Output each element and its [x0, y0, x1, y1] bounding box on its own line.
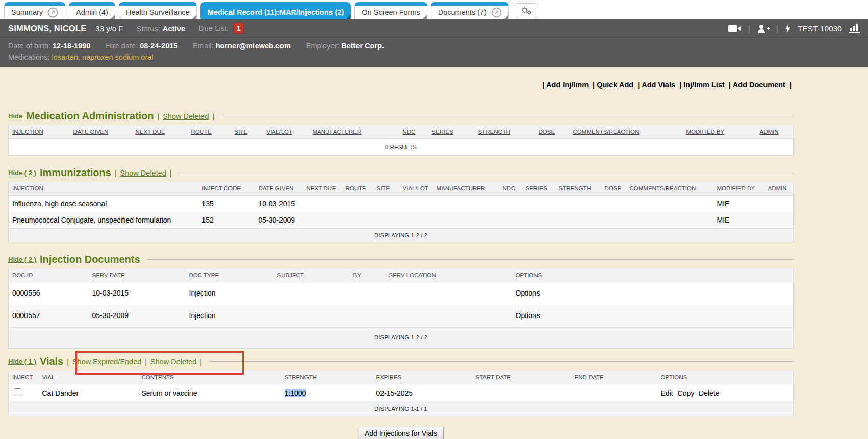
col-options[interactable]: OPTIONS: [516, 272, 542, 278]
hide-link[interactable]: Hide: [8, 112, 22, 120]
delete-link[interactable]: Delete: [699, 389, 719, 397]
vial-strength-selected: 1:1000: [285, 389, 307, 397]
col-route[interactable]: ROUTE: [346, 185, 366, 191]
section-vials: Hide ( 1 ) Vials | Show Expired/Ended | …: [8, 356, 794, 416]
add-vials-link[interactable]: Add Vials: [642, 81, 675, 89]
col-series[interactable]: SERIES: [526, 185, 547, 191]
popout-icon[interactable]: [491, 7, 502, 18]
medications-line: Medications: losartan, naproxen sodium o…: [8, 52, 860, 63]
copy-link[interactable]: Copy: [678, 389, 695, 397]
hide-link[interactable]: Hide ( 2 ): [8, 169, 36, 177]
col-vial-lot[interactable]: VIAL/LOT: [267, 129, 293, 135]
popout-icon[interactable]: [47, 7, 58, 18]
tab-admin[interactable]: Admin (4): [69, 2, 115, 19]
inj-imm-list-link[interactable]: Inj/Imm List: [683, 81, 725, 89]
col-serv-date[interactable]: SERV DATE: [92, 272, 125, 278]
col-modified-by[interactable]: MODIFIED BY: [686, 129, 725, 135]
vial-start-date: [472, 384, 571, 402]
col-comments-reaction[interactable]: COMMENTS/REACTION: [630, 185, 696, 191]
quick-add-link[interactable]: Quick Add: [597, 81, 633, 89]
col-expires[interactable]: EXPIRES: [376, 374, 402, 380]
edit-link[interactable]: Edit: [661, 389, 673, 397]
tab-documents[interactable]: Documents (7): [431, 2, 509, 19]
col-dose[interactable]: DOSE: [605, 185, 622, 191]
options-link[interactable]: Options: [516, 311, 540, 320]
col-doc-id[interactable]: DOC ID: [12, 272, 33, 278]
col-vial[interactable]: VIAL: [42, 374, 55, 380]
vials-table: INJECT VIAL CONTENTS STRENGTH EXPIRES ST…: [8, 371, 794, 416]
tab-medical-record-label: Medical Record (11):MAR/Injections (2): [208, 8, 344, 16]
video-camera-icon[interactable]: [728, 24, 742, 33]
tab-admin-label: Admin (4): [76, 8, 108, 16]
col-start-date[interactable]: START DATE: [476, 374, 511, 380]
col-ndc[interactable]: NDC: [503, 185, 516, 191]
show-deleted-link[interactable]: Show Deleted: [120, 169, 166, 177]
col-doc-type[interactable]: DOC TYPE: [189, 272, 219, 278]
tab-medical-record-active[interactable]: Medical Record (11):MAR/Injections (2): [200, 2, 351, 19]
col-site[interactable]: SITE: [235, 129, 248, 135]
col-admin[interactable]: ADMIN: [760, 129, 779, 135]
medication-link-losartan[interactable]: losartan: [52, 53, 78, 61]
col-series[interactable]: SERIES: [432, 129, 453, 135]
settings-button[interactable]: [515, 3, 538, 18]
col-end-date[interactable]: END DATE: [575, 374, 604, 380]
empty-results-row: 0 RESULTS: [9, 139, 794, 156]
document-row: 0000557 05-30-2009 Injection Options: [9, 305, 794, 328]
col-date-given[interactable]: DATE GIVEN: [73, 129, 109, 135]
gears-icon: [520, 6, 532, 16]
vial-end-date: [571, 384, 657, 402]
col-admin[interactable]: ADMIN: [768, 185, 787, 191]
col-modified-by[interactable]: MODIFIED BY: [717, 185, 755, 191]
paging-status: DISPLAYING 1-1 / 1: [9, 402, 794, 416]
tab-health-surveillance[interactable]: Health Surveillance: [119, 2, 197, 19]
lightning-icon[interactable]: [785, 23, 791, 33]
col-injection[interactable]: INJECTION: [12, 185, 43, 191]
col-next-due[interactable]: NEXT DUE: [307, 185, 336, 191]
col-options: OPTIONS: [661, 374, 687, 380]
vial-name: Cat Dander: [39, 384, 138, 402]
hide-link[interactable]: Hide ( 2 ): [8, 256, 36, 263]
options-link[interactable]: Options: [516, 289, 540, 297]
col-by[interactable]: BY: [353, 272, 361, 278]
add-document-link[interactable]: Add Document: [733, 81, 785, 89]
col-vial-lot[interactable]: VIAL/LOT: [403, 185, 429, 191]
col-date-given[interactable]: DATE GIVEN: [259, 185, 294, 191]
col-comments-reaction[interactable]: COMMENTS/REACTION: [573, 129, 640, 135]
col-strength[interactable]: STRENGTH: [559, 185, 591, 191]
bar-chart-icon[interactable]: [849, 23, 860, 33]
col-site[interactable]: SITE: [377, 185, 390, 191]
col-injection[interactable]: INJECTION: [12, 129, 43, 135]
show-expired-ended-link[interactable]: Show Expired/Ended: [72, 358, 141, 366]
document-row: 0000556 10-03-2015 Injection Options: [9, 282, 794, 305]
immunization-row: Influenza, high dose seasonal 135 10-03-…: [9, 196, 794, 212]
col-route[interactable]: ROUTE: [191, 129, 212, 135]
vial-contents: Serum or vaccine: [138, 384, 281, 402]
col-strength[interactable]: STRENGTH: [285, 374, 317, 380]
due-list-badge[interactable]: 1: [233, 23, 244, 34]
col-contents[interactable]: CONTENTS: [142, 374, 174, 380]
col-strength[interactable]: STRENGTH: [478, 129, 510, 135]
section-title: Vials: [40, 356, 63, 368]
tab-summary[interactable]: Summary: [4, 2, 65, 19]
col-next-due[interactable]: NEXT DUE: [136, 129, 165, 135]
hide-link[interactable]: Hide ( 1 ): [8, 358, 36, 365]
section-medication-administration: Hide Medication Administration | Show De…: [8, 110, 794, 156]
col-manufacturer[interactable]: MANUFACTURER: [313, 129, 362, 135]
medication-link-naproxen[interactable]: naproxen sodium oral: [82, 53, 153, 61]
add-person-icon[interactable]: [757, 24, 770, 33]
col-subject[interactable]: SUBJECT: [277, 272, 304, 278]
add-inj-imm-link[interactable]: Add Inj/Imm: [546, 81, 589, 89]
add-injections-for-vials-button[interactable]: Add Injections for Vials: [359, 427, 443, 439]
tab-on-screen-forms[interactable]: On Screen Forms: [354, 2, 427, 19]
show-deleted-link[interactable]: Show Deleted: [163, 112, 209, 120]
col-inject-code[interactable]: INJECT CODE: [202, 185, 241, 191]
col-serv-location[interactable]: SERV LOCATION: [389, 272, 436, 278]
col-dose[interactable]: DOSE: [539, 129, 555, 135]
section-title: Medication Administration: [26, 110, 154, 122]
vial-checkbox[interactable]: [14, 388, 21, 396]
show-deleted-link[interactable]: Show Deleted: [150, 358, 196, 366]
col-manufacturer[interactable]: MANUFACTURER: [437, 185, 486, 191]
table-header-row: INJECT VIAL CONTENTS STRENGTH EXPIRES ST…: [9, 371, 794, 384]
section-title: Immunizations: [40, 167, 111, 179]
col-ndc[interactable]: NDC: [403, 129, 416, 135]
